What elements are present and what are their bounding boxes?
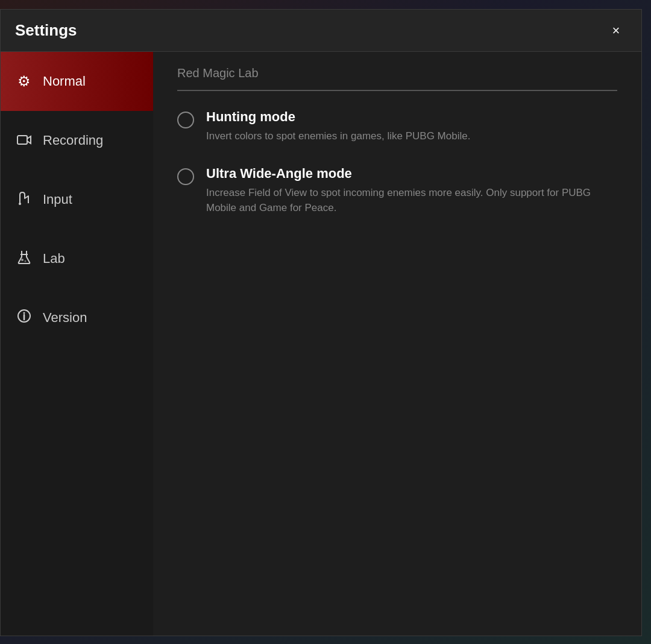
- option-ultra-wide-mode: Ultra Wide-Angle mode Increase Field of …: [177, 166, 617, 216]
- svg-rect-0: [17, 136, 27, 144]
- option-hunting-desc: Invert colors to spot enemies in games, …: [206, 128, 617, 144]
- sidebar-item-input[interactable]: Input: [1, 170, 153, 229]
- radio-ultra-wide-mode[interactable]: [177, 168, 194, 185]
- settings-overlay: Settings × ⚙ Normal Record: [0, 0, 651, 644]
- content-area: Red Magic Lab Hunting mode Invert colors…: [153, 52, 641, 636]
- sidebar-label-lab: Lab: [43, 251, 65, 267]
- sidebar-label-version: Version: [43, 310, 87, 326]
- version-icon: [15, 309, 33, 327]
- sidebar-item-normal[interactable]: ⚙ Normal: [1, 52, 153, 111]
- input-icon: [15, 190, 33, 209]
- lab-icon: [15, 249, 33, 268]
- settings-title: Settings: [15, 21, 77, 40]
- sidebar-item-recording[interactable]: Recording: [1, 111, 153, 170]
- option-hunting-text: Hunting mode Invert colors to spot enemi…: [206, 109, 617, 144]
- option-ultra-wide-text: Ultra Wide-Angle mode Increase Field of …: [206, 166, 617, 216]
- radio-hunting-mode[interactable]: [177, 112, 194, 128]
- content-options: Hunting mode Invert colors to spot enemi…: [153, 91, 641, 256]
- svg-point-3: [21, 259, 24, 261]
- option-hunting-mode: Hunting mode Invert colors to spot enemi…: [177, 109, 617, 144]
- option-ultra-wide-title: Ultra Wide-Angle mode: [206, 166, 617, 182]
- settings-dialog: Settings × ⚙ Normal Record: [0, 9, 642, 636]
- sidebar-item-version[interactable]: Version: [1, 288, 153, 347]
- settings-gear-icon: ⚙: [15, 73, 33, 90]
- svg-point-7: [24, 312, 25, 314]
- sidebar-label-recording: Recording: [43, 133, 103, 148]
- svg-point-4: [25, 260, 27, 262]
- sidebar-label-input: Input: [43, 192, 72, 207]
- option-ultra-wide-desc: Increase Field of View to spot incoming …: [206, 185, 617, 216]
- sidebar-item-lab[interactable]: Lab: [1, 229, 153, 288]
- option-hunting-title: Hunting mode: [206, 109, 617, 125]
- content-tab-label: Red Magic Lab: [177, 66, 617, 91]
- close-button[interactable]: ×: [605, 20, 627, 42]
- recording-icon: [15, 132, 33, 149]
- sidebar-label-normal: Normal: [43, 74, 86, 89]
- content-header: Red Magic Lab: [153, 52, 641, 91]
- settings-body: ⚙ Normal Recording: [1, 52, 641, 636]
- sidebar: ⚙ Normal Recording: [1, 52, 153, 636]
- svg-point-1: [19, 203, 21, 205]
- settings-header: Settings ×: [1, 10, 641, 52]
